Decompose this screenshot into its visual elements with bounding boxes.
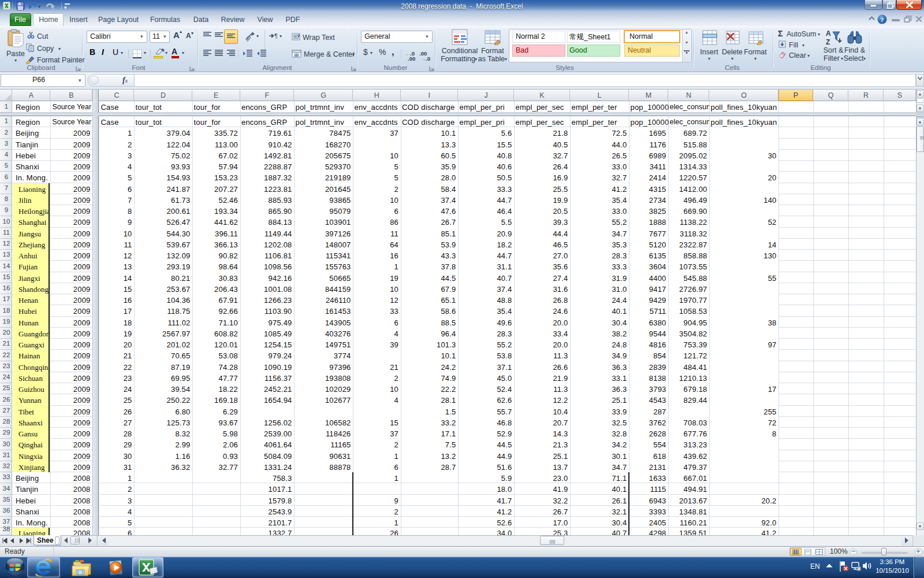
svg-text:ab: ab (245, 35, 252, 42)
svg-text:¶: ¶ (274, 32, 278, 39)
svg-text:Z: Z (826, 38, 830, 46)
svg-text:A: A (826, 29, 831, 38)
svg-text:?: ? (881, 16, 884, 23)
